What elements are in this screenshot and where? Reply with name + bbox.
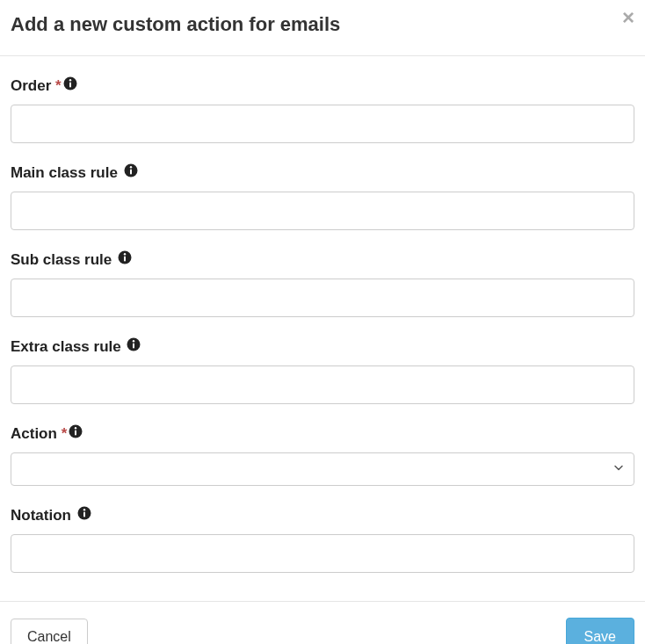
action-label: Action * (11, 425, 634, 444)
svg-point-2 (69, 79, 70, 81)
svg-point-8 (124, 253, 126, 255)
form-group-order: Order * (11, 77, 634, 143)
main-class-label: Main class rule (11, 164, 634, 183)
modal-header: Add a new custom action for emails × (0, 0, 645, 56)
close-icon: × (622, 5, 634, 29)
notation-label-text: Notation (11, 507, 71, 524)
order-label-text: Order (11, 77, 51, 94)
svg-rect-1 (69, 83, 71, 88)
svg-rect-13 (75, 431, 76, 436)
notation-label: Notation (11, 507, 634, 525)
order-input[interactable] (11, 105, 634, 143)
extra-class-input[interactable] (11, 365, 634, 404)
svg-point-14 (75, 427, 76, 429)
form-group-main-class: Main class rule (11, 164, 634, 230)
form-group-extra-class: Extra class rule (11, 338, 634, 404)
info-icon[interactable] (118, 250, 132, 269)
extra-class-label-text: Extra class rule (11, 338, 121, 355)
info-icon[interactable] (127, 337, 141, 356)
modal-footer: Cancel Save (0, 601, 645, 644)
svg-rect-10 (133, 344, 134, 349)
info-icon[interactable] (63, 76, 77, 95)
order-label: Order * (11, 77, 634, 96)
info-icon[interactable] (69, 424, 83, 443)
save-button[interactable]: Save (566, 618, 634, 644)
svg-point-17 (83, 509, 84, 510)
info-icon[interactable] (124, 163, 138, 182)
modal-title: Add a new custom action for emails (11, 13, 634, 36)
svg-point-11 (133, 340, 134, 342)
close-button[interactable]: × (622, 7, 634, 28)
main-class-input[interactable] (11, 192, 634, 230)
sub-class-input[interactable] (11, 279, 634, 317)
cancel-button[interactable]: Cancel (11, 619, 88, 644)
svg-rect-4 (130, 170, 132, 175)
main-class-label-text: Main class rule (11, 164, 118, 181)
required-mark: * (62, 425, 68, 442)
notation-input[interactable] (11, 534, 634, 573)
sub-class-label-text: Sub class rule (11, 251, 112, 268)
required-mark: * (55, 77, 62, 94)
modal-body: Order * Main class rule Sub class rule E… (0, 56, 645, 601)
action-select-wrapper (11, 452, 634, 486)
action-label-text: Action (11, 425, 57, 442)
extra-class-label: Extra class rule (11, 338, 634, 357)
svg-point-5 (129, 166, 131, 168)
info-icon[interactable] (77, 506, 91, 525)
form-group-action: Action * (11, 425, 634, 486)
form-group-notation: Notation (11, 507, 634, 573)
action-select[interactable] (11, 452, 634, 486)
svg-rect-7 (124, 257, 126, 262)
sub-class-label: Sub class rule (11, 251, 634, 270)
form-group-sub-class: Sub class rule (11, 251, 634, 317)
svg-rect-16 (83, 512, 85, 517)
